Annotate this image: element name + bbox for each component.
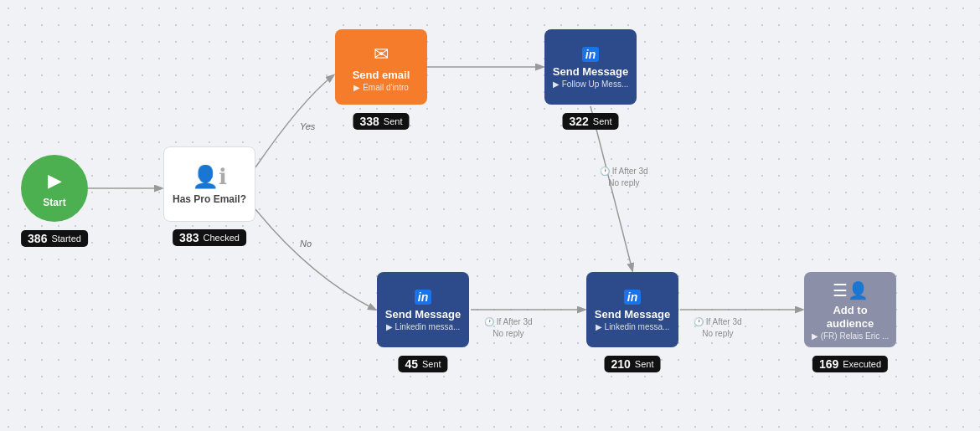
no-label: No — [300, 239, 312, 249]
linkedin2-count-label: Sent — [422, 359, 441, 369]
linkedin1-node[interactable]: in Send Message ▶ Follow Up Mess... 322 … — [544, 29, 637, 105]
audience-title: Add to audience — [811, 304, 890, 330]
if-after-label-2: 🕐 If After 3d No reply — [484, 316, 533, 340]
linkedin2-title: Send Message — [385, 308, 461, 321]
email-subtitle: ▶ Email d'intro — [353, 83, 409, 92]
audience-icon: ☰👤 — [833, 280, 869, 300]
linkedin3-subtitle: ▶ Linkedin messa... — [596, 322, 670, 331]
linkedin3-badge: 210 Sent — [605, 356, 661, 372]
linkedin2-node[interactable]: in Send Message ▶ Linkedin messa... 45 S… — [377, 272, 469, 347]
linkedin3-count-label: Sent — [635, 359, 654, 369]
yes-label: Yes — [300, 121, 315, 131]
linkedin2-subtitle: ▶ Linkedin messa... — [386, 322, 461, 331]
audience-node[interactable]: ☰👤 Add to audience ▶ (FR) Relais Eric ..… — [804, 272, 896, 347]
linkedin2-subtitle-icon: ▶ — [386, 322, 393, 331]
linkedin1-badge: 322 Sent — [563, 113, 619, 130]
condition-badge: 383 Checked — [173, 229, 246, 246]
start-node[interactable]: ▶ Start 386 Started — [21, 155, 88, 222]
condition-icon: 👤ℹ — [192, 164, 227, 190]
linkedin3-node[interactable]: in Send Message ▶ Linkedin messa... 210 … — [586, 272, 678, 347]
condition-label: Has Pro Email? — [173, 193, 246, 205]
start-badge: 386 Started — [21, 230, 88, 247]
audience-subtitle: ▶ (FR) Relais Eric ... — [812, 331, 890, 341]
start-count: 386 — [28, 232, 47, 245]
audience-subtitle-icon: ▶ — [812, 331, 818, 341]
email-icon: ✉ — [374, 44, 389, 65]
linkedin1-title: Send Message — [553, 65, 628, 79]
linkedin1-count: 322 — [570, 115, 589, 128]
linkedin3-count: 210 — [611, 357, 631, 371]
if-after-label-1: 🕐 If After 3d No reply — [600, 166, 648, 189]
play-icon: ▶ — [48, 170, 62, 192]
email-badge: 338 Sent — [353, 113, 410, 130]
email-count: 338 — [360, 115, 379, 128]
condition-count: 383 — [179, 231, 199, 244]
email-node[interactable]: ✉ Send email ▶ Email d'intro 338 Sent — [335, 29, 427, 105]
start-count-label: Started — [51, 233, 80, 244]
audience-badge: 169 Executed — [812, 356, 888, 372]
linkedin1-icon: in — [582, 47, 599, 62]
if-after-label-3: 🕐 If After 3d No reply — [694, 316, 742, 340]
condition-count-label: Checked — [203, 233, 239, 243]
linkedin3-title: Send Message — [595, 308, 670, 321]
audience-count-label: Executed — [843, 359, 881, 369]
linkedin2-count: 45 — [405, 357, 418, 371]
email-subtitle-icon: ▶ — [353, 83, 360, 92]
email-title: Send email — [353, 69, 410, 82]
arrow-condition-to-linkedin2 — [255, 209, 375, 310]
email-count-label: Sent — [384, 116, 403, 126]
start-label: Start — [43, 197, 65, 208]
arrow-condition-to-email — [255, 75, 333, 167]
linkedin1-subtitle-icon: ▶ — [553, 80, 560, 89]
linkedin2-icon: in — [415, 290, 431, 305]
condition-node[interactable]: 👤ℹ Has Pro Email? 383 Checked — [163, 146, 255, 222]
linkedin1-count-label: Sent — [593, 116, 612, 126]
audience-count: 169 — [819, 357, 838, 371]
linkedin3-subtitle-icon: ▶ — [596, 322, 602, 331]
linkedin2-badge: 45 Sent — [398, 356, 447, 372]
linkedin1-subtitle: ▶ Follow Up Mess... — [553, 80, 628, 89]
linkedin3-icon: in — [624, 290, 641, 305]
